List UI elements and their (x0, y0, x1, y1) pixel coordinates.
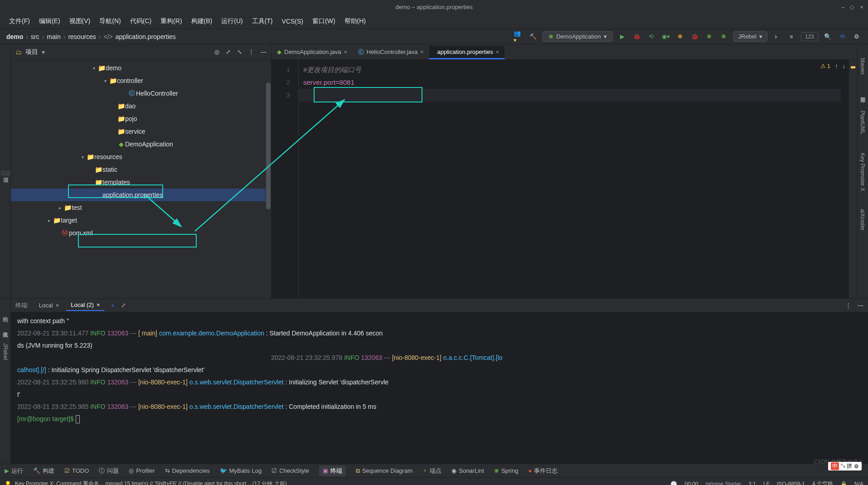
status-tabnine[interactable]: tabnine Starter (706, 481, 742, 485)
coverage-icon[interactable]: ⟲ (646, 32, 656, 42)
menu-tools[interactable]: 工具(T) (247, 15, 277, 27)
run-configuration-select[interactable]: ❀ DemoApplication ▾ (543, 31, 612, 42)
breadcrumb-main[interactable]: main (47, 33, 60, 40)
editor-tab-HelloController-java[interactable]: ⒸHelloController.java× (353, 46, 429, 59)
close-icon[interactable]: × (56, 302, 59, 309)
jrebel-tool[interactable]: JRebel (2, 343, 9, 360)
target-icon[interactable]: ◎ (214, 48, 219, 55)
tree-arrow-icon[interactable]: ▾ (79, 155, 86, 160)
expand-icon[interactable]: ⤢ (226, 48, 231, 55)
bottom-tool-TODO[interactable]: ☑TODO (64, 467, 89, 474)
stop-icon[interactable]: ■ (786, 32, 796, 42)
tree-node-target[interactable]: ▸📁target (11, 214, 271, 227)
tree-node-DemoApplication[interactable]: ◆DemoApplication (11, 138, 271, 150)
status-encoding[interactable]: ISO-8859-1 (777, 481, 805, 485)
close-icon[interactable]: × (344, 49, 347, 55)
more-icon[interactable]: ⋮ (845, 302, 851, 309)
tree-node-dao[interactable]: 📁dao (11, 100, 271, 112)
chevron-down-icon[interactable]: ▾ (42, 48, 45, 56)
tree-arrow-icon[interactable]: ▾ (90, 66, 97, 71)
sync-icon[interactable]: ⟲ (837, 32, 847, 42)
keypromoter-tool[interactable]: Key Promoter X (859, 153, 866, 191)
breadcrumb-src[interactable]: src (31, 33, 39, 40)
tree-node-demo[interactable]: ▾📁demo (11, 62, 271, 74)
menu-file[interactable]: 文件(F) (5, 15, 34, 27)
tree-arrow-icon[interactable]: ▾ (102, 78, 109, 83)
editor-tab-DemoApplication-java[interactable]: ◆DemoApplication.java× (272, 46, 353, 59)
new-terminal-icon[interactable]: ＋ (107, 301, 118, 310)
tree-node-static[interactable]: 📁static (11, 163, 271, 176)
bottom-tool-MyBatis-Log[interactable]: 🐦MyBatis Log (220, 467, 262, 474)
bottom-tool-Dependencies[interactable]: ⇆Dependencies (165, 467, 210, 474)
menu-build[interactable]: 构建(B) (187, 15, 217, 27)
collapse-icon[interactable]: ⤡ (237, 48, 242, 55)
close-icon[interactable]: × (97, 301, 100, 308)
code-area[interactable]: #更改项目的端口号 server.port=8081 (299, 60, 849, 298)
maven-tool[interactable]: Maven (859, 58, 866, 74)
xrebel-debug-icon[interactable]: ❋ (719, 32, 729, 42)
tree-arrow-icon[interactable]: ▸ (56, 205, 63, 210)
jrebel-debug-icon[interactable]: 🐞 (690, 32, 700, 42)
tree-scrollbar[interactable] (266, 60, 271, 298)
terminal-tab-local[interactable]: Local× (34, 300, 64, 310)
xrebel-run-icon[interactable]: ❋ (704, 32, 714, 42)
menu-navigate[interactable]: 导航(N) (95, 15, 125, 27)
breadcrumb-resources[interactable]: resources (68, 33, 96, 40)
aixcoder-tool[interactable]: aiXcoder (859, 209, 866, 230)
status-indent[interactable]: 4 个空格 (812, 480, 833, 485)
attach-icon[interactable]: ⏵ (772, 32, 782, 42)
counter-box[interactable]: 123 (801, 32, 818, 41)
tree-node-service[interactable]: 📁service (11, 125, 271, 138)
bottom-tool-SonarLint[interactable]: ◉SonarLint (451, 467, 484, 474)
left-tool-stripe[interactable]: 项目 (0, 44, 11, 298)
close-icon[interactable]: × (860, 4, 863, 10)
ime-badge[interactable]: 中 °₅ 拼 ⚙ (828, 462, 862, 470)
bottom-tool-Sequence-Diagram[interactable]: ⧉Sequence Diagram (356, 467, 412, 475)
tree-node-templates[interactable]: 📁templates (11, 176, 271, 189)
bottom-tool--[interactable]: 🔨构建 (33, 467, 54, 475)
bottom-tool-CheckStyle[interactable]: ☑CheckStyle (272, 467, 309, 474)
maximize-icon[interactable]: ◇ (850, 4, 854, 10)
run-icon[interactable]: ▶ (617, 32, 627, 42)
expand-terminal-icon[interactable]: ⤢ (121, 302, 126, 309)
close-icon[interactable]: × (496, 49, 499, 55)
profile-icon[interactable]: ◉▾ (661, 32, 671, 42)
editor-minimap[interactable] (849, 60, 857, 298)
menu-edit[interactable]: 编辑(E) (34, 15, 65, 27)
tree-node-pojo[interactable]: 📁pojo (11, 112, 271, 125)
tree-node-pom-xml[interactable]: Ⓜpom.xml (11, 227, 271, 239)
hide-icon[interactable]: — (858, 302, 863, 309)
codewithme-icon[interactable]: 👥▾ (514, 32, 524, 42)
jrebel-select[interactable]: JRebel ▾ (733, 31, 767, 42)
status-line-sep[interactable]: LF (763, 481, 770, 485)
gear-icon[interactable]: ⚙ (852, 32, 862, 42)
terminal-output[interactable]: with context path ''2022-08-21 23:30:11.… (11, 312, 868, 464)
search-icon[interactable]: 🔍 (823, 32, 833, 42)
bottom-tool--[interactable]: ⚬端点 (422, 467, 441, 475)
breadcrumb-root[interactable]: demo (6, 33, 23, 40)
menu-run[interactable]: 运行(U) (217, 15, 247, 27)
bottom-tool-Profiler[interactable]: ◎Profiler (129, 467, 155, 474)
plantuml-tool[interactable]: PlantUML (859, 111, 866, 135)
hammer-icon[interactable]: 🔨 (528, 32, 538, 42)
breadcrumb-file[interactable]: application.properties (116, 33, 176, 40)
menu-help[interactable]: 帮助(H) (340, 15, 370, 27)
status-position[interactable]: 3:1 (748, 481, 756, 485)
debug-icon[interactable]: 🐞 (632, 32, 642, 42)
tree-arrow-icon[interactable]: ▸ (45, 218, 53, 223)
editor-body[interactable]: 1 2 3 #更改项目的端口号 server.port=8081 (272, 60, 857, 298)
menu-code[interactable]: 代码(C) (126, 15, 156, 27)
bottom-tool-Spring[interactable]: ❀Spring (494, 467, 519, 474)
close-icon[interactable]: × (420, 49, 423, 55)
menu-vcs[interactable]: VCS(S) (277, 16, 308, 27)
tree-node-test[interactable]: ▸📁test (11, 201, 271, 214)
bottom-tool--[interactable]: ●事件日志 (528, 467, 558, 475)
project-tool-tab[interactable]: 项目 (1, 170, 10, 176)
tree-node-application-properties[interactable]: application.properties (11, 189, 271, 201)
terminal-tab-local2[interactable]: Local (2)× (66, 300, 104, 311)
menu-view[interactable]: 视图(V) (65, 15, 95, 27)
menu-window[interactable]: 窗口(W) (308, 15, 340, 27)
notification-icon[interactable]: 💡 (5, 481, 11, 485)
tree-node-resources[interactable]: ▾📁resources (11, 150, 271, 163)
project-tree[interactable]: ▾📁demo▾📁controllerⒸHelloController📁dao📁p… (11, 60, 271, 298)
